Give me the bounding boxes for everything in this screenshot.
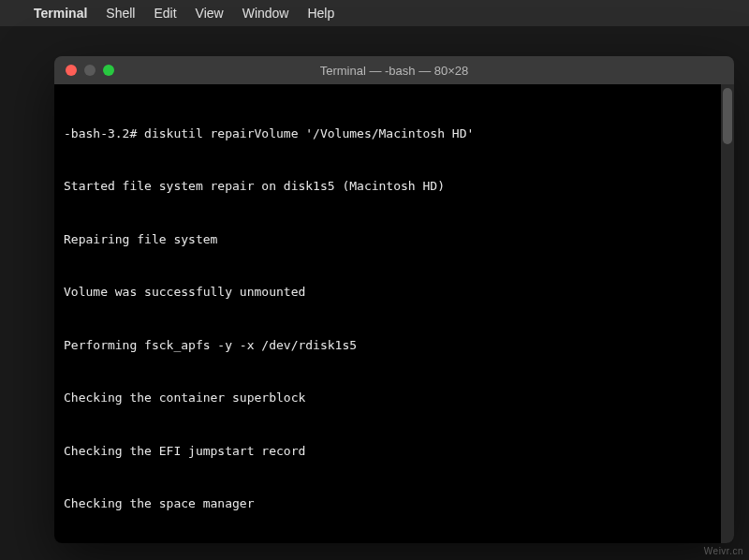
output-line: Started file system repair on disk1s5 (M… <box>64 178 725 196</box>
output-line: Checking the container superblock <box>64 390 725 407</box>
menu-edit[interactable]: Edit <box>154 6 176 21</box>
window-title: Terminal — -bash — 80×28 <box>320 64 469 78</box>
scrollbar[interactable] <box>721 84 734 543</box>
menu-window[interactable]: Window <box>242 6 289 21</box>
traffic-lights <box>54 65 114 76</box>
prompt-line: -bash-3.2# diskutil repairVolume '/Volum… <box>64 125 725 143</box>
terminal-content[interactable]: -bash-3.2# diskutil repairVolume '/Volum… <box>64 90 725 543</box>
menu-help[interactable]: Help <box>307 6 334 21</box>
watermark: Weivr.cn <box>704 546 743 556</box>
titlebar[interactable]: Terminal — -bash — 80×28 <box>54 56 734 84</box>
maximize-button[interactable] <box>103 65 114 76</box>
output-line: Checking the space manager <box>64 495 725 513</box>
minimize-button[interactable] <box>84 65 95 76</box>
output-line: Checking the EFI jumpstart record <box>64 443 725 461</box>
menu-shell[interactable]: Shell <box>106 6 135 21</box>
output-line: Repairing file system <box>64 231 725 249</box>
terminal-window: Terminal — -bash — 80×28 -bash-3.2# disk… <box>54 56 734 543</box>
command-text: diskutil repairVolume '/Volumes/Macintos… <box>144 126 474 140</box>
output-line: Volume was successfully unmounted <box>64 284 725 302</box>
scrollbar-thumb[interactable] <box>723 88 732 144</box>
menubar: Terminal Shell Edit View Window Help <box>0 0 749 26</box>
menu-view[interactable]: View <box>196 6 224 21</box>
menu-app-name[interactable]: Terminal <box>34 6 87 21</box>
prompt: -bash-3.2# <box>64 126 144 140</box>
output-line: Performing fsck_apfs -y -x /dev/rdisk1s5 <box>64 337 725 355</box>
close-button[interactable] <box>66 65 77 76</box>
terminal-body[interactable]: -bash-3.2# diskutil repairVolume '/Volum… <box>54 84 734 543</box>
